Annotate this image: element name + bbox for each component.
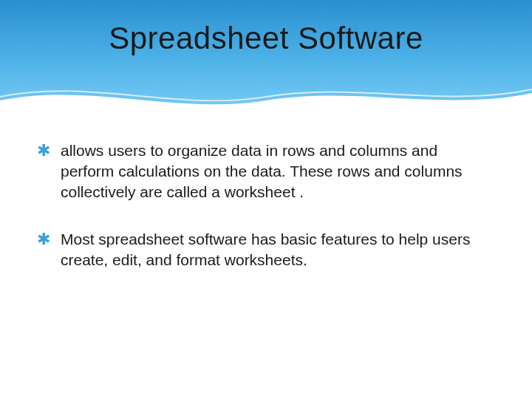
asterisk-icon: ✱ — [37, 229, 50, 250]
list-item: ✱ allows users to organize data in rows … — [37, 140, 495, 202]
wave-decoration — [0, 75, 532, 118]
bullet-text: allows users to organize data in rows an… — [61, 140, 495, 202]
list-item: ✱ Most spreadsheet software has basic fe… — [37, 229, 495, 270]
slide-header: Spreadsheet Software — [0, 0, 532, 118]
slide-title: Spreadsheet Software — [0, 21, 532, 56]
slide-content: ✱ allows users to organize data in rows … — [0, 118, 532, 270]
asterisk-icon: ✱ — [37, 140, 50, 161]
bullet-text: Most spreadsheet software has basic feat… — [61, 229, 495, 270]
